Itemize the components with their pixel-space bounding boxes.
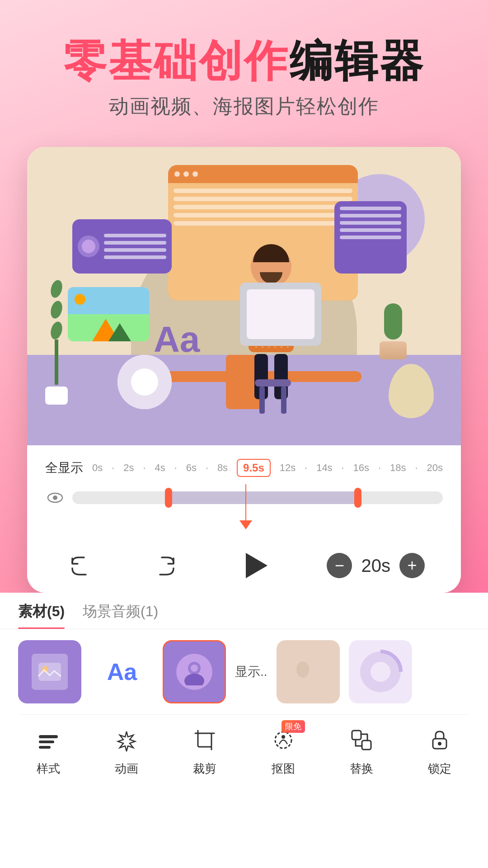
tool-crop[interactable]: 裁剪 [188, 724, 221, 777]
svg-point-7 [291, 652, 325, 696]
plant-leaves [51, 280, 62, 340]
tick-8s: 8s [217, 462, 228, 474]
plant-stem [55, 340, 58, 385]
tick-18s: 18s [390, 462, 406, 474]
undo-button[interactable] [63, 549, 96, 582]
card-lines [104, 234, 166, 259]
asset-image-inner [32, 654, 68, 690]
timeline-handle-left[interactable] [165, 488, 172, 508]
tick-dot: · [174, 462, 177, 474]
browser-dot-2 [183, 171, 189, 177]
asset-display-label: 显示.. [235, 663, 267, 680]
browser-dot-1 [174, 171, 180, 177]
timeline-bar-container[interactable] [45, 484, 443, 511]
redo-button[interactable] [150, 549, 183, 582]
tick-12s: 12s [280, 462, 296, 474]
avatar-circle [78, 236, 99, 257]
svg-rect-14 [198, 733, 211, 747]
card-line-r5 [340, 236, 401, 239]
plant-left [45, 280, 68, 405]
card-line-r4 [340, 228, 401, 232]
svg-rect-11 [39, 735, 58, 738]
playhead[interactable] [239, 484, 252, 529]
stool-leg-left [259, 387, 265, 414]
browser-line-5 [174, 221, 352, 226]
timeline-track[interactable] [72, 491, 443, 504]
subtitle: 动画视频、海报图片轻松创作 [0, 93, 488, 120]
preview-area: Aa [27, 147, 461, 445]
browser-line-1 [174, 189, 352, 193]
matting-icon-wrapper: 限免 [267, 724, 300, 756]
asset-avatar[interactable] [163, 640, 226, 703]
tab-scene-audio[interactable]: 场景音频(1) [83, 602, 158, 629]
playhead-line [245, 484, 246, 520]
sun-decoration [75, 294, 85, 305]
main-card: Aa [27, 147, 461, 593]
timeline-header: 全显示 0s · 2s · 4s · 6s · 8s 9.5s 12s · 14… [45, 459, 443, 477]
browser-dot-3 [192, 171, 198, 177]
tick-dot: · [378, 462, 381, 474]
tool-style[interactable]: 样式 [32, 724, 65, 777]
cactus-body [384, 303, 402, 340]
title-colored: 零基础创作 [63, 37, 289, 85]
main-title: 零基础创作编辑器 [0, 36, 488, 86]
plant-leaf-2 [49, 300, 64, 320]
asset-egg[interactable] [277, 640, 340, 703]
browser-top [168, 165, 358, 183]
image-card [68, 287, 149, 341]
donut-decoration [117, 355, 172, 409]
stool-top [255, 379, 291, 387]
timeline-handle-right[interactable] [354, 488, 361, 508]
tick-6s: 6s [186, 462, 197, 474]
tool-lock[interactable]: 锁定 [423, 724, 456, 777]
svg-point-10 [371, 662, 390, 682]
lock-icon [423, 724, 456, 756]
monitor-screen [247, 289, 314, 339]
tool-animation[interactable]: 动画 [110, 724, 143, 777]
plant-leaf-1 [49, 279, 64, 299]
tool-matting[interactable]: 限免 抠图 [267, 724, 300, 777]
stool-legs [255, 387, 291, 414]
monitor [240, 283, 321, 346]
asset-text[interactable]: Aa [90, 640, 154, 703]
purple-card-left [72, 219, 172, 274]
svg-point-6 [184, 674, 204, 685]
tool-replace[interactable]: 替换 [345, 724, 378, 777]
svg-point-24 [438, 742, 441, 745]
bottom-panel: 素材(5) 场景音频(1) Aa [0, 593, 488, 868]
purple-card-right [334, 201, 407, 274]
tick-dot: · [206, 462, 208, 474]
asset-image[interactable] [18, 640, 81, 703]
tabs-row: 素材(5) 场景音频(1) [0, 593, 488, 629]
card-line-4 [104, 255, 166, 259]
tick-dot: · [143, 462, 145, 474]
timeline-active-region [165, 491, 361, 504]
current-time-badge: 9.5s [237, 459, 271, 477]
duration-minus-button[interactable]: − [327, 553, 352, 578]
tick-20s: 20s [427, 462, 443, 474]
cactus-pot [380, 341, 407, 359]
header-area: 零基础创作编辑器 动画视频、海报图片轻松创作 [0, 0, 488, 120]
card-line-3 [104, 248, 166, 252]
timeline-ticks: 0s · 2s · 4s · 6s · 8s 9.5s 12s · 14s · … [92, 459, 443, 477]
duration-plus-button[interactable]: + [399, 553, 425, 578]
svg-point-1 [53, 495, 57, 500]
mountain-scene [68, 287, 149, 341]
play-button[interactable] [237, 547, 273, 584]
plant-leaf-3 [49, 321, 64, 341]
browser-line-2 [174, 197, 352, 201]
svg-point-8 [296, 661, 309, 678]
animation-label: 动画 [115, 761, 138, 777]
asset-donut[interactable] [349, 640, 412, 703]
stool-leg-right [281, 387, 286, 414]
playhead-triangle [239, 520, 252, 529]
replace-label: 替换 [350, 761, 373, 777]
tick-dot: · [415, 462, 418, 474]
page-wrapper: 零基础创作编辑器 动画视频、海报图片轻松创作 [0, 0, 488, 868]
aa-text-decoration: Aa [154, 319, 200, 360]
play-triangle-icon [246, 553, 267, 578]
style-icon [32, 724, 65, 756]
tab-materials[interactable]: 素材(5) [18, 602, 65, 629]
timeline-eye-icon[interactable] [45, 488, 65, 508]
cactus [380, 303, 407, 359]
